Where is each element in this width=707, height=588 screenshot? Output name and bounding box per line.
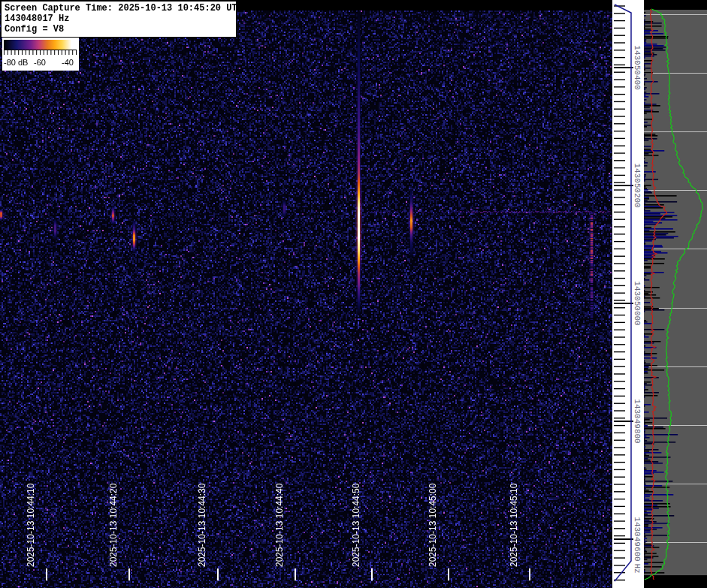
frequency-tick-label: 143049800: [633, 399, 642, 443]
time-tick: [448, 568, 449, 580]
legend-db-label: -40: [62, 58, 74, 67]
time-tick: [217, 568, 219, 580]
time-label: 2025-10-13 10:44:20: [108, 484, 119, 567]
frequency-unit-label: Hz: [633, 563, 642, 573]
frequency-tick-label: 143049600: [633, 517, 642, 561]
frequency-tick-label: 143050000: [633, 281, 642, 325]
capture-time-text: Screen Capture Time: 2025-10-13 10:45:20…: [5, 3, 233, 14]
spectrum-graph-panel[interactable]: [644, 0, 707, 588]
time-label: 2025-10-13 10:44:40: [274, 484, 285, 567]
legend-db-label: -80 dB: [4, 58, 28, 67]
color-scale-gradient: [4, 40, 77, 50]
time-label: 2025-10-13 10:45:10: [509, 484, 519, 567]
time-tick: [128, 568, 130, 580]
time-tick: [46, 568, 47, 580]
color-scale-ticks: [2, 50, 79, 57]
time-label: 2025-10-13 10:44:10: [26, 484, 36, 567]
time-label: 2025-10-13 10:45:00: [428, 484, 438, 567]
frequency-axis: 1430504001430502001430500001430498001430…: [612, 0, 644, 588]
color-scale-legend: -80 dB-60-40: [2, 38, 79, 71]
time-tick: [371, 568, 373, 580]
center-frequency-text: 143048017 Hz: [5, 14, 233, 24]
capture-info-box: Screen Capture Time: 2025-10-13 10:45:20…: [1, 1, 237, 38]
legend-db-label: -60: [34, 58, 46, 67]
config-text: Config = V8: [5, 24, 233, 35]
frequency-tick-label: 143050400: [633, 45, 642, 89]
waterfall-display[interactable]: [0, 0, 612, 588]
frequency-tick-label: 143050200: [633, 163, 642, 207]
time-label: 2025-10-13 10:44:50: [351, 484, 361, 567]
time-tick: [295, 568, 296, 580]
time-label: 2025-10-13 10:44:30: [197, 484, 207, 567]
time-tick: [529, 568, 530, 580]
spectrum-lab-window: 2025-10-13 10:44:102025-10-13 10:44:2020…: [0, 0, 707, 588]
